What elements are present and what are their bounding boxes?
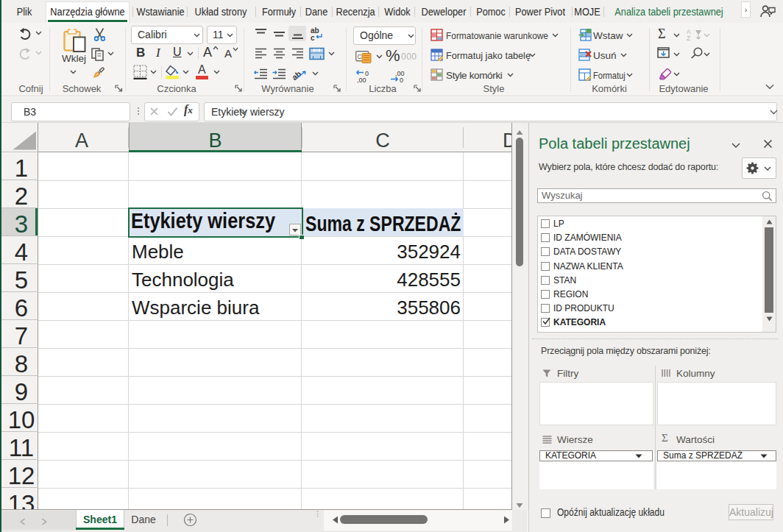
svg-text:Z: Z xyxy=(687,35,690,40)
svg-text:ab: ab xyxy=(293,69,303,81)
svg-text:0: 0 xyxy=(400,77,403,84)
svg-text:,00: ,00 xyxy=(357,77,366,83)
svg-text:c: c xyxy=(311,34,315,42)
svg-text:0: 0 xyxy=(365,70,369,77)
svg-text:C: C xyxy=(358,53,362,60)
